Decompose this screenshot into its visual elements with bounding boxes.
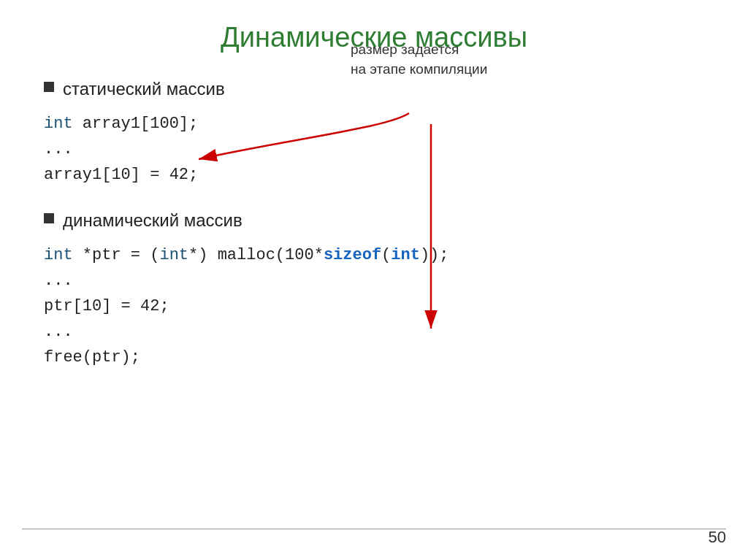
dynamic-code-line4: ... xyxy=(44,319,711,345)
static-bullet-section: статический массив xyxy=(44,79,711,99)
bottom-line xyxy=(22,529,726,529)
dynamic-code-line2: ... xyxy=(44,268,711,294)
annotation-text: размер задается на этапе компиляции xyxy=(351,40,570,79)
slide: Динамические массивы статический массив … xyxy=(0,0,748,560)
slide-number: 50 xyxy=(709,528,726,547)
annotation-line1: размер задается xyxy=(351,42,459,57)
dynamic-code-block: int *ptr = (int*) malloc(100*sizeof(int)… xyxy=(44,242,711,371)
dynamic-bullet-label: динамический массив xyxy=(63,210,243,231)
gap1 xyxy=(37,105,711,111)
dynamic-code-line3: ptr[10] = 42; xyxy=(44,294,711,319)
content-area: статический массив int array1[100]; ... … xyxy=(37,79,711,378)
static-code-line2: ... xyxy=(44,137,711,162)
gap2 xyxy=(37,196,711,210)
static-code-block: int array1[100]; ... array1[10] = 42; xyxy=(44,111,711,188)
annotation-area: размер задается на этапе компиляции xyxy=(351,40,570,79)
gap3 xyxy=(37,237,711,242)
dynamic-code-line1: int *ptr = (int*) malloc(100*sizeof(int)… xyxy=(44,242,711,268)
static-code-line1: int array1[100]; xyxy=(44,111,711,137)
bullet-icon-static xyxy=(44,82,54,92)
dynamic-bullet-section: динамический массив xyxy=(44,210,711,231)
dynamic-code-line5: free(ptr); xyxy=(44,345,711,370)
static-bullet-label: статический массив xyxy=(63,79,225,99)
annotation-line2: на этапе компиляции xyxy=(351,61,487,77)
static-code-line3: array1[10] = 42; xyxy=(44,162,711,188)
bullet-icon-dynamic xyxy=(44,213,54,223)
